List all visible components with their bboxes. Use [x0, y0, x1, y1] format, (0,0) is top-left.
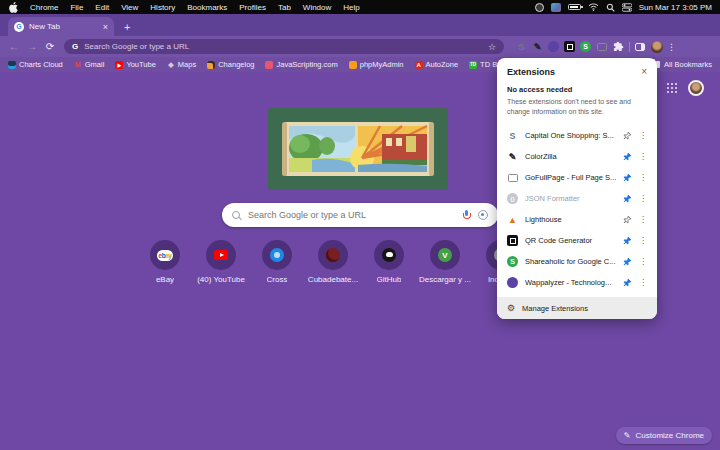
extension-menu-icon[interactable]: ⋮ — [639, 278, 647, 287]
shortcut-icon: V — [438, 248, 452, 262]
extension-row[interactable]: QR Code Generator ⋮ — [497, 230, 657, 251]
pin-icon[interactable] — [623, 152, 632, 161]
extension-toolbar-icon[interactable] — [596, 41, 607, 52]
bookmark-item[interactable]: A AutoZone — [415, 60, 459, 69]
bookmark-star-icon[interactable]: ☆ — [488, 42, 496, 52]
app-status-icon[interactable] — [535, 3, 544, 12]
pin-icon[interactable] — [623, 173, 632, 182]
battery-icon — [568, 4, 581, 10]
extension-menu-icon[interactable]: ⋮ — [639, 257, 647, 266]
bookmark-item[interactable]: JavaScripting.com — [265, 60, 337, 69]
pin-icon[interactable] — [623, 131, 632, 140]
pin-icon[interactable] — [623, 236, 632, 245]
menu-item[interactable]: Help — [337, 3, 365, 12]
bookmark-item[interactable]: ◆ Maps — [167, 60, 196, 69]
extension-row[interactable]: {} JSON Formatter ⋮ — [497, 188, 657, 209]
profile-avatar[interactable] — [651, 41, 663, 53]
access-section-description: These extensions don't need to see and c… — [507, 97, 647, 117]
pin-icon[interactable] — [623, 194, 632, 203]
close-icon[interactable]: × — [641, 66, 647, 77]
google-apps-icon[interactable] — [667, 83, 678, 94]
extension-menu-icon[interactable]: ⋮ — [639, 194, 647, 203]
bookmark-favicon: ▶ — [115, 61, 123, 69]
bookmark-item[interactable]: phpMyAdmin — [349, 60, 404, 69]
extension-row[interactable]: Wappalyzer - Technolog... ⋮ — [497, 272, 657, 293]
extension-toolbar-icon[interactable]: S — [580, 41, 591, 52]
menu-item[interactable]: Chrome — [24, 3, 64, 12]
shortcut-tile[interactable]: Cubadebate... — [305, 240, 361, 284]
google-lens-icon[interactable] — [478, 210, 488, 220]
reload-button[interactable]: ⟳ — [42, 41, 58, 52]
manage-extensions-row[interactable]: ⚙ Manage Extensions — [497, 297, 657, 319]
shortcut-tile[interactable]: GitHub — [361, 240, 417, 284]
pin-icon[interactable] — [623, 257, 632, 266]
menu-item[interactable]: Tab — [272, 3, 297, 12]
shortcut-tile[interactable]: (40) YouTube — [193, 240, 249, 284]
extension-row[interactable]: ▲ Lighthouse ⋮ — [497, 209, 657, 230]
control-center-icon[interactable] — [622, 3, 632, 12]
bookmark-item[interactable]: M Gmail — [74, 60, 105, 69]
extensions-puzzle-icon[interactable] — [613, 41, 624, 52]
extension-row[interactable]: S Shareaholic for Google C... ⋮ — [497, 251, 657, 272]
google-doodle[interactable] — [268, 108, 448, 190]
side-panel-icon[interactable] — [635, 43, 645, 51]
extension-name: Lighthouse — [525, 215, 616, 224]
shortcut-circle — [374, 240, 404, 270]
spotlight-icon[interactable] — [606, 3, 615, 12]
extension-toolbar-icon[interactable] — [564, 41, 575, 52]
extension-toolbar-icon[interactable] — [548, 41, 559, 52]
extension-menu-icon[interactable]: ⋮ — [639, 131, 647, 140]
shortcut-icon — [270, 248, 284, 262]
pin-icon[interactable] — [623, 215, 632, 224]
ntp-search-box[interactable]: Search Google or type a URL — [222, 203, 498, 227]
google-account-avatar[interactable] — [688, 80, 704, 96]
extension-toolbar-icon[interactable]: ✎ — [532, 41, 543, 52]
bookmark-item[interactable]: Changelog — [207, 60, 254, 69]
shortcut-tile[interactable]: ebay eBay — [137, 240, 193, 284]
extension-menu-icon[interactable]: ⋮ — [639, 236, 647, 245]
wifi-icon[interactable] — [588, 3, 599, 11]
color-app-icon[interactable] — [551, 3, 561, 12]
menu-item[interactable]: History — [144, 3, 181, 12]
menubar-clock[interactable]: Sun Mar 17 3:05 PM — [639, 3, 712, 12]
chrome-menu-icon[interactable]: ⋮ — [665, 42, 678, 52]
extension-row[interactable]: GoFullPage - Full Page S... ⋮ — [497, 167, 657, 188]
bookmark-label: phpMyAdmin — [360, 60, 404, 69]
extension-toolbar-icon[interactable]: S — [516, 41, 527, 52]
extension-row[interactable]: S Capital One Shopping: S... ⋮ — [497, 125, 657, 146]
search-icon — [232, 211, 240, 219]
menu-item[interactable]: Window — [297, 3, 337, 12]
apple-logo-icon[interactable] — [8, 2, 18, 12]
extension-name: JSON Formatter — [525, 194, 616, 203]
forward-button[interactable]: → — [24, 41, 40, 52]
tab-close-icon[interactable]: × — [103, 22, 108, 32]
shortcut-tile[interactable]: V Descargar y ... — [417, 240, 473, 284]
omnibox[interactable]: G Search Google or type a URL ☆ — [64, 39, 504, 54]
menu-item[interactable]: File — [64, 3, 89, 12]
all-bookmarks-button[interactable]: All Bookmarks — [651, 60, 712, 69]
manage-extensions-label: Manage Extensions — [522, 304, 588, 313]
customize-chrome-button[interactable]: ✎ Customize Chrome — [616, 427, 712, 444]
shortcut-label: Descargar y ... — [419, 275, 471, 284]
shortcut-tile[interactable]: Cross — [249, 240, 305, 284]
tab-strip: G New Tab × + — [0, 14, 720, 36]
bookmark-item[interactable]: ▶ YouTube — [115, 60, 155, 69]
voice-search-icon[interactable] — [463, 210, 470, 220]
bookmark-item[interactable]: Charts Cloud — [8, 60, 63, 69]
menu-item[interactable]: View — [115, 3, 144, 12]
extension-menu-icon[interactable]: ⋮ — [639, 152, 647, 161]
tab-title: New Tab — [29, 22, 98, 31]
extension-name: GoFullPage - Full Page S... — [525, 173, 616, 182]
new-tab-button[interactable]: + — [124, 21, 130, 33]
pin-icon[interactable] — [623, 278, 632, 287]
chrome-window: G New Tab × + ← → ⟳ G Search Google or t… — [0, 14, 720, 450]
back-button[interactable]: ← — [6, 41, 22, 52]
tab-new-tab[interactable]: G New Tab × — [8, 17, 114, 36]
menu-item[interactable]: Bookmarks — [181, 3, 233, 12]
extension-menu-icon[interactable]: ⋮ — [639, 215, 647, 224]
bookmark-label: JavaScripting.com — [276, 60, 337, 69]
extension-row[interactable]: ✎ ColorZilla ⋮ — [497, 146, 657, 167]
menu-item[interactable]: Profiles — [233, 3, 272, 12]
menu-item[interactable]: Edit — [89, 3, 115, 12]
extension-menu-icon[interactable]: ⋮ — [639, 173, 647, 182]
